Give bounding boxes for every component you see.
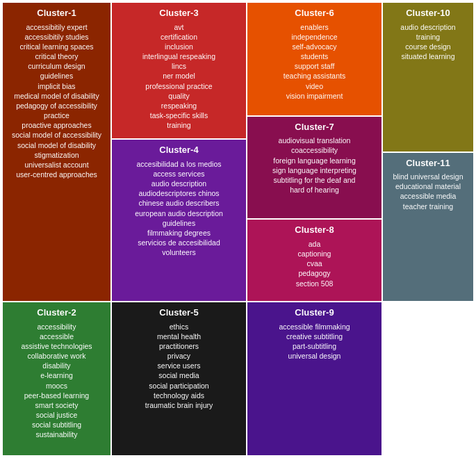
list-item: social model of disability: [12, 140, 101, 150]
list-item: accessibitily expert: [12, 22, 101, 32]
list-item: ada: [296, 239, 334, 249]
list-item: certification: [142, 32, 215, 42]
cluster-11: Cluster-11 blind universal design educat…: [383, 153, 473, 302]
list-item: self-advocacy: [284, 42, 345, 51]
cluster-6-title: Cluster-6: [295, 7, 334, 19]
cluster-7: Cluster-7 audiovisual translation coacce…: [247, 117, 381, 219]
list-item: pedagogy of accessibility: [12, 101, 101, 111]
cluster-8: Cluster-8 ada captioning cvaa pedagogy s…: [247, 220, 381, 301]
list-item: privacy: [145, 351, 213, 361]
list-item: curriculum design: [12, 61, 101, 71]
list-item: audiovisual translation: [272, 136, 356, 145]
list-item: video: [284, 81, 345, 91]
list-item: interlingual respeaking: [142, 51, 215, 61]
list-item: user-centred approaches: [12, 170, 101, 179]
list-item: volunteers: [135, 247, 223, 257]
list-item: sustainability: [21, 430, 92, 439]
list-item: technology aids: [145, 391, 213, 400]
list-item: coaccessibility: [272, 145, 356, 155]
list-item: training: [142, 120, 215, 130]
list-item: social subtitling: [21, 420, 92, 430]
cluster-4-items: accesibilidad a los medios access servic…: [135, 159, 223, 258]
list-item: guidelines: [135, 218, 223, 228]
list-item: blind universal design: [393, 172, 463, 181]
list-item: enablers: [284, 22, 345, 32]
list-item: accessible filmmaking: [279, 322, 350, 332]
cluster-1: Cluster-1 accessibitily expert accessibi…: [3, 3, 110, 301]
cluster-5: Cluster-5 ethics mental health practitio…: [112, 302, 246, 455]
list-item: social justice: [21, 410, 92, 420]
list-item: moocs: [21, 381, 92, 391]
list-item: cvaa: [296, 259, 334, 268]
list-item: traumatic brain injury: [145, 400, 213, 410]
list-item: captioning: [296, 249, 334, 259]
cluster-8-title: Cluster-8: [295, 224, 334, 236]
list-item: universal design: [279, 351, 350, 361]
list-item: inclusion: [142, 42, 215, 51]
cluster-7-items: audiovisual translation coaccessibility …: [272, 136, 356, 195]
list-item: critical learning spaces: [12, 42, 101, 51]
list-item: stigmatization: [12, 150, 101, 160]
list-item: medical model of disability: [12, 91, 101, 101]
list-item: accessibility: [21, 322, 92, 332]
list-item: creative subtitling: [279, 332, 350, 341]
list-item: accessible media: [393, 191, 463, 201]
main-container: Cluster-1 accessibitily expert accessibi…: [0, 0, 476, 458]
list-item: proactive approaches: [12, 120, 101, 130]
list-item: audio description: [400, 22, 455, 32]
cluster-11-items: blind universal design educational mater…: [393, 172, 463, 211]
cluster-9: Cluster-9 accessible filmmaking creative…: [247, 302, 381, 455]
list-item: filmmaking degrees: [135, 228, 223, 238]
cluster-3: Cluster-3 avt certification inclusion in…: [112, 3, 246, 138]
cluster-4: Cluster-4 accesibilidad a los medios acc…: [112, 140, 246, 301]
cluster-10: Cluster-10 audio description training co…: [383, 3, 473, 152]
list-item: lincs: [142, 61, 215, 71]
list-item: social model of accessibility: [12, 130, 101, 140]
cluster-7-title: Cluster-7: [295, 121, 334, 133]
cluster-1-items: accessibitily expert accessibitily studi…: [12, 22, 101, 180]
list-item: servicios de accesibilidad: [135, 238, 223, 247]
list-item: vision impairment: [284, 91, 345, 101]
cluster-6: Cluster-6 enablers independence self-adv…: [247, 3, 381, 115]
list-item: e-learning: [21, 370, 92, 380]
list-item: quality: [142, 91, 215, 101]
list-item: service users: [145, 361, 213, 370]
list-item: respeaking: [142, 101, 215, 111]
cluster-1-title: Cluster-1: [37, 7, 76, 19]
list-item: part-subtitling: [279, 341, 350, 351]
list-item: european audio description: [135, 208, 223, 218]
cluster-2-items: accessibility accessible assistive techn…: [21, 322, 92, 440]
list-item: assistive technologies: [21, 341, 92, 351]
list-item: ethics: [145, 322, 213, 332]
list-item: hard of hearing: [272, 185, 356, 195]
list-item: training: [400, 32, 455, 42]
list-item: audiodescriptores chinos: [135, 188, 223, 198]
cluster-2: Cluster-2 accessibility accessible assis…: [3, 302, 110, 455]
cluster-8-items: ada captioning cvaa pedagogy section 508: [296, 239, 334, 288]
cluster-10-title: Cluster-10: [406, 7, 450, 19]
list-item: situated learning: [400, 51, 455, 61]
cluster-5-items: ethics mental health practitioners priva…: [145, 322, 213, 411]
list-item: guidelines: [12, 71, 101, 81]
cluster-10-items: audio description training course design…: [400, 22, 455, 62]
list-item: accessibitily studies: [12, 32, 101, 42]
list-item: pedagogy: [296, 268, 334, 278]
list-item: collaborative work: [21, 351, 92, 361]
list-item: social media: [145, 370, 213, 380]
list-item: smart society: [21, 400, 92, 410]
list-item: teacher training: [393, 202, 463, 211]
list-item: professional practice: [142, 81, 215, 91]
cluster-9-title: Cluster-9: [295, 306, 334, 319]
list-item: subtitling for the deaf and: [272, 175, 356, 185]
list-item: universalist account: [12, 160, 101, 170]
list-item: accessible: [21, 332, 92, 341]
list-item: implicit bias: [12, 81, 101, 91]
list-item: disability: [21, 361, 92, 370]
list-item: practitioners: [145, 341, 213, 351]
cluster-3-items: avt certification inclusion interlingual…: [142, 22, 215, 131]
cluster-6-items: enablers independence self-advocacy stud…: [284, 22, 345, 101]
cluster-3-title: Cluster-3: [159, 7, 198, 19]
list-item: sign language interpreting: [272, 165, 356, 175]
list-item: social participation: [145, 381, 213, 391]
list-item: teaching assistants: [284, 71, 345, 81]
